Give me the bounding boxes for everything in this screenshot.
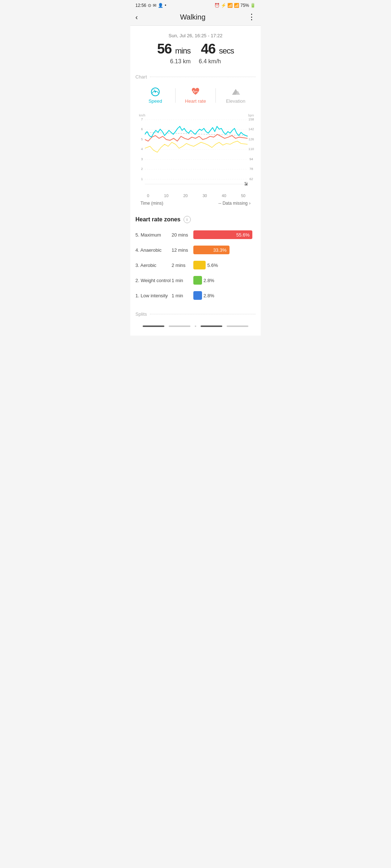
tab-elevation-label: Elevation [226,98,245,104]
svg-text:km/h: km/h [139,114,146,117]
pace: 6.4 km/h [199,58,221,64]
svg-text:5: 5 [141,137,143,141]
svg-text:2: 2 [141,167,143,171]
zone-time-2: 1 min [172,278,193,283]
splits-section: Splits [130,306,261,336]
zone-bar-2 [193,276,202,285]
svg-rect-37 [245,184,245,184]
tab-heart-label: Heart rate [185,98,206,104]
chart-tabs: Speed Heart rate Elevation [135,84,256,107]
zone-pct-3: 5.6% [207,263,218,268]
zone-pct-2: 2.8% [203,278,214,283]
svg-rect-34 [246,182,247,183]
zone-bar-container-4: 33.3% [193,245,256,255]
time-label: Time (mins) [140,201,163,206]
svg-text:4: 4 [141,147,143,151]
main-content: Sun, Jul 26, 16:25 - 17:22 56 mins 46 se… [130,26,261,336]
status-bar: 12:56 ⊙ ✉ 👤 • ⏰ ⚡ 📶 📶 75% 🔋 [130,0,261,9]
zone-bar-4: 33.3% [193,246,230,254]
wifi-icon: 📶 [227,3,233,8]
zone-row-anaerobic: 4. Anaerobic 12 mins 33.3% [135,245,256,255]
svg-text:1: 1 [141,177,143,181]
zone-row-low: 1. Low intensity 1 min 2.8% [135,290,256,301]
tab-speed-label: Speed [148,98,162,104]
chart-footer: Time (mins) -- Data missing › [135,199,256,210]
splits-label: Splits [135,311,256,317]
location-icon: ⊙ [148,3,151,8]
svg-text:126: 126 [248,137,254,141]
nav-dot [195,326,196,327]
svg-text:94: 94 [249,157,253,161]
back-button[interactable]: ‹ [135,13,138,21]
zone-name-5: 5. Maximum [135,232,172,238]
svg-rect-33 [245,184,246,184]
chart-label: Chart [135,74,256,80]
svg-text:142: 142 [248,127,254,131]
zone-time-3: 2 mins [172,263,193,268]
duration-mins: 56 [157,41,172,56]
person-icon: 👤 [158,3,163,8]
zone-name-4: 4. Anaerobic [135,247,172,253]
battery-pct: 75% [240,3,249,8]
signal-icon: 📶 [234,3,239,8]
svg-text:110: 110 [248,147,254,151]
zone-bar-3 [193,261,206,269]
duration-display: 56 mins 46 secs [136,41,255,57]
svg-text:158: 158 [248,117,254,121]
menu-button[interactable]: ⋮ [248,12,256,22]
zone-row-aerobic: 3. Aerobic 2 mins 5.6% [135,260,256,270]
zone-bar-container-1: 2.8% [193,290,256,301]
svg-text:6: 6 [141,127,143,131]
chart-section: Chart Speed Heart rate [130,68,261,210]
svg-rect-31 [245,182,246,183]
status-left: 12:56 ⊙ ✉ 👤 • [135,3,166,8]
heart-rate-zones-section: Heart rate zones i 5. Maximum 20 mins 55… [130,210,261,301]
info-button[interactable]: i [184,216,191,223]
svg-text:7: 7 [141,117,143,121]
distance: 6.13 km [170,58,191,64]
zone-time-4: 12 mins [172,247,193,253]
data-missing-link[interactable]: -- Data missing › [218,201,251,206]
alarm-icon: ⏰ [214,3,220,8]
zone-bar-container-5: 55.6% [193,230,256,240]
duration-mins-suffix: mins [175,46,190,55]
svg-text:78: 78 [249,167,253,171]
svg-rect-35 [245,183,245,184]
tab-elevation[interactable]: Elevation [216,84,256,107]
duration-secs: 46 [201,41,215,56]
zones-header: Heart rate zones i [135,216,256,223]
nav-bar-3[interactable] [201,326,222,327]
zone-pct-1: 2.8% [203,293,214,298]
duration-secs-suffix: secs [219,46,234,55]
mountain-icon [231,87,241,97]
zone-bar-container-2: 2.8% [193,275,256,285]
bottom-navigation [135,321,256,328]
mail-icon: ✉ [153,3,156,8]
date-range: Sun, Jul 26, 16:25 - 17:22 [136,33,255,38]
speedometer-icon [150,87,160,97]
zone-time-1: 1 min [172,293,193,298]
battery-icon: 🔋 [250,3,256,8]
bluetooth-icon: ⚡ [221,3,226,8]
tab-heart-rate[interactable]: Heart rate [176,84,215,107]
stats-row: 6.13 km 6.4 km/h [136,58,255,65]
svg-rect-32 [246,183,247,184]
zone-name-2: 2. Weight control [135,278,172,283]
zones-title: Heart rate zones [135,216,181,223]
zone-name-1: 1. Low intensity [135,293,172,298]
status-right: ⏰ ⚡ 📶 📶 75% 🔋 [214,3,256,8]
time-display: 12:56 [135,3,146,8]
chart-svg: .grid-line { stroke: #e8e8e8; stroke-wid… [135,112,256,192]
tab-speed[interactable]: Speed [135,84,175,107]
nav-bar-1[interactable] [143,326,164,327]
zone-name-3: 3. Aerobic [135,263,172,268]
heart-rate-icon [190,87,201,97]
zone-bar-1 [193,291,202,300]
zone-pct-5: 55.6% [236,232,250,238]
x-axis: 0 10 20 30 40 50 [135,192,256,199]
dot-icon: • [165,3,166,8]
svg-rect-38 [247,184,248,184]
svg-text:62: 62 [249,177,253,181]
zone-bar-5: 55.6% [193,230,252,239]
svg-text:bpm: bpm [248,114,254,117]
